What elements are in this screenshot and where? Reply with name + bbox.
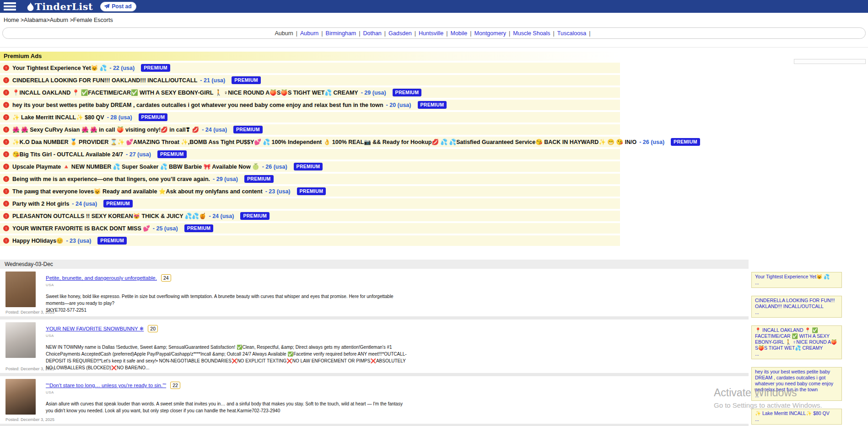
premium-ad-row[interactable]: ↑ 😘Big Tits Girl - OUTCALL Available 24/… [0, 149, 620, 160]
arrow-up-icon: ↑ [3, 139, 9, 145]
arrow-up-icon: ↑ [3, 176, 9, 182]
city-link-dothan[interactable]: Dothan [363, 30, 382, 37]
sidebar-ad-more: ... [755, 309, 838, 315]
city-separator: | [359, 30, 360, 37]
premium-ad-meta: - 23 (usa) [66, 238, 91, 244]
listing-description: Sweet like honey, bold like espresso. Pe… [46, 293, 410, 307]
date-header: Wednesday-03-Dec [0, 260, 749, 269]
premium-ad-row[interactable]: ↑ Upscale Playmate 🔺 NEW NUMBER 💦 Super … [0, 161, 620, 172]
sidebar-ad-more: ... [755, 351, 838, 357]
premium-ad-row[interactable]: ↑ Your Tightest Experience Yet😺 💦 - 22 (… [0, 63, 620, 73]
premium-ad-meta: - 26 (usa) [262, 164, 287, 170]
age-badge: 22 [170, 382, 180, 389]
city-link-gadsden[interactable]: Gadsden [388, 30, 412, 37]
post-ad-button[interactable]: Post ad [100, 2, 136, 11]
arrow-up-icon: ↑ [3, 102, 9, 108]
city-link-birmingham[interactable]: Birmingham [326, 30, 356, 37]
listing-country: USA [46, 390, 410, 394]
sidebar-ad-box[interactable]: 📍 INCALL OAKLAND 📍 ✅ FACETIME/CAR ✅ WITH… [751, 325, 842, 359]
premium-badge: PREMIUM [97, 237, 127, 245]
premium-ad-title: hey its your best wettes petite baby DRE… [12, 102, 383, 108]
city-link-mobile[interactable]: Mobile [450, 30, 467, 37]
flame-icon [27, 2, 34, 11]
city-separator: | [384, 30, 386, 37]
city-separator: | [446, 30, 447, 37]
listing-row: Posted: December 3, 2025 "“Don't stare t… [0, 376, 749, 422]
premium-ad-row[interactable]: ↑ Being with me is an experience—one tha… [0, 174, 620, 184]
posted-date: Posted: December 3, 2025 [5, 415, 46, 422]
city-separator: | [509, 30, 510, 37]
listing-row: Posted: December 3, 2025 Petite, brunett… [0, 269, 749, 314]
premium-ad-title: Happy HOlidays😊 [12, 237, 63, 244]
premium-ad-row[interactable]: ↑ The pawg that everyone loves😺 Ready an… [0, 186, 620, 197]
listing-photo[interactable] [5, 272, 36, 307]
premium-ad-title: Being with me is an experience—one that … [12, 176, 210, 182]
premium-ad-row[interactable]: ↑ hey its your best wettes petite baby D… [0, 100, 620, 110]
sidebar-ad-more: ... [755, 280, 838, 286]
premium-ad-title: ✨ Lake Merritt INCALL✨ $80 QV [12, 114, 104, 121]
city-separator: | [589, 30, 590, 37]
arrow-up-icon: ↑ [3, 225, 9, 231]
listing-separator [0, 316, 749, 320]
sidebar-ad-more: ... [755, 416, 838, 422]
city-link-muscle-shoals[interactable]: Muscle Shoals [513, 30, 550, 37]
premium-ad-title: Your Tightest Experience Yet😺 💦 [12, 64, 107, 71]
premium-badge: PREMIUM [139, 113, 168, 121]
sidebar-ad-box[interactable]: ✨ Lake Merritt INCALL✨ $80 QV ... [751, 409, 842, 425]
premium-ad-title: 😘Big Tits Girl - OUTCALL Available 24/7 [12, 151, 123, 158]
age-badge: 24 [161, 274, 171, 282]
listing-separator [0, 373, 749, 376]
premium-ad-title: YOUR WINTER FAVORITE IS BACK DONT MISS 💕 [12, 225, 150, 232]
premium-ad-title: PLEASANTON OUTCALLS !! SEXY KOREAN😻 THIC… [12, 213, 206, 219]
listing-phone: SKYE702-577-2251 [46, 307, 410, 314]
premium-ad-row[interactable]: ↑ Party with 2 Hot girls - 24 (usa) PREM… [0, 198, 620, 209]
premium-badge: PREMIUM [240, 212, 270, 220]
site-logo[interactable]: TinderList [27, 1, 93, 12]
premium-ad-title: Party with 2 Hot girls [12, 201, 69, 207]
premium-badge: PREMIUM [297, 187, 326, 195]
city-link-tuscaloosa[interactable]: Tuscaloosa [557, 30, 586, 37]
premium-ad-row[interactable]: ↑ Happy HOlidays😊 - 23 (usa) PREMIUM [0, 235, 620, 246]
listing-title-link[interactable]: YOUR NEW FAVORITE SNOWBUNNY ❄ [46, 325, 144, 332]
sidebar-ad-box[interactable]: CINDERELLA LOOKING FOR FUN!!! OAKLAND!!!… [751, 296, 842, 318]
premium-ad-meta: - 20 (usa) [386, 102, 411, 108]
premium-ad-row[interactable]: ↑ PLEASANTON OUTCALLS !! SEXY KOREAN😻 TH… [0, 211, 620, 221]
premium-badge: PREMIUM [418, 101, 447, 109]
premium-ad-title: 🌺 🌺 Sexy CuRvy Asian 🌺 🌺 in call 🍑 visit… [12, 126, 199, 133]
premium-badge: PREMIUM [393, 89, 422, 96]
breadcrumb[interactable]: Home >Alabama>Auburn >Female Escorts [0, 13, 868, 27]
menu-icon[interactable] [4, 2, 16, 11]
premium-ad-row[interactable]: ↑ ✨K.O Daa NUMBER 🏅 PROVIDER ⌛✨ 💕AMAZING… [0, 137, 620, 147]
sidebar-ad-title: Your Tightest Experience Yet😺 💦 [755, 274, 830, 279]
city-separator: | [470, 30, 471, 37]
city-link-montgomery[interactable]: Montgomery [474, 30, 506, 37]
premium-badge: PREMIUM [232, 76, 261, 84]
sidebar-ad-box[interactable]: Your Tightest Experience Yet😺 💦 ... [751, 272, 842, 288]
premium-ad-title: CINDERELLA LOOKING FOR FUN!!! OAKLAND!!!… [12, 77, 197, 84]
premium-ad-row[interactable]: ↑ 📍INCALL OAKLAND 📍 ✅FACETIME/CAR✅ WITH … [0, 87, 620, 98]
city-separator: | [553, 30, 555, 37]
listing-title-link[interactable]: Petite, brunette, and dangerously unforg… [46, 275, 157, 281]
listing-title-link[interactable]: "“Don't stare too long… unless you're re… [46, 383, 166, 388]
listing-photo[interactable] [5, 379, 36, 415]
listing-photo[interactable] [5, 322, 36, 358]
paper-plane-icon [104, 4, 110, 9]
posted-date: Posted: December 3, 2025 [5, 364, 46, 371]
premium-ad-row[interactable]: ↑ ✨ Lake Merritt INCALL✨ $80 QV - 28 (us… [0, 112, 620, 122]
sidebar-ad-title: ✨ Lake Merritt INCALL✨ $80 QV [755, 410, 830, 416]
premium-ad-meta: - 29 (usa) [361, 90, 386, 96]
city-link-auburn[interactable]: Auburn [300, 30, 318, 37]
city-link-huntsville[interactable]: Huntsville [419, 30, 443, 37]
city-links-container: Auburn | Auburn | Birmingham | Dothan | … [2, 27, 866, 39]
premium-ad-meta: - 29 (usa) [213, 176, 238, 182]
inline-scrollbar-track[interactable] [794, 59, 866, 64]
arrow-up-icon: ↑ [3, 114, 9, 120]
premium-ad-title: 📍INCALL OAKLAND 📍 ✅FACETIME/CAR✅ WITH A … [12, 89, 358, 96]
premium-ad-row[interactable]: ↑ YOUR WINTER FAVORITE IS BACK DONT MISS… [0, 223, 620, 234]
premium-ad-row[interactable]: ↑ 🌺 🌺 Sexy CuRvy Asian 🌺 🌺 in call 🍑 vis… [0, 124, 620, 135]
premium-ad-meta: - 24 (usa) [72, 201, 97, 207]
premium-ad-title: ✨K.O Daa NUMBER 🏅 PROVIDER ⌛✨ 💕AMAZING T… [12, 138, 636, 145]
sidebar-ad-title: 📍 INCALL OAKLAND 📍 ✅ FACETIME/CAR ✅ WITH… [755, 327, 837, 351]
premium-ad-row[interactable]: ↑ CINDERELLA LOOKING FOR FUN!!! OAKLAND!… [0, 75, 620, 85]
premium-ad-meta: - 21 (usa) [200, 77, 225, 84]
